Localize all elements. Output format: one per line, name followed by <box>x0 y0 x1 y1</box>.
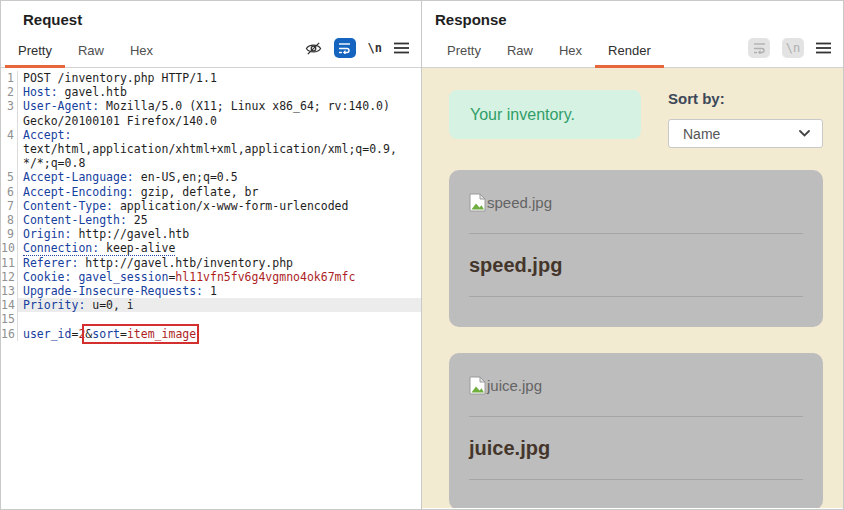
broken-image-row: speed.jpg <box>469 193 803 212</box>
inventory-banner-text: Your inventory. <box>470 106 575 124</box>
card-divider <box>469 296 803 297</box>
request-line-text: Accept: <box>18 128 421 142</box>
request-line-text: Connection: keep-alive <box>18 241 421 255</box>
request-line: 7Content-Type: application/x-www-form-ur… <box>1 199 421 213</box>
annotation-box: &sort=item_image <box>85 327 196 341</box>
request-line-text: Accept-Language: en-US,en;q=0.5 <box>18 170 421 184</box>
inventory-card: speed.jpgspeed.jpg <box>449 170 823 327</box>
request-line-text: Gecko/20100101 Firefox/140.0 <box>18 114 421 128</box>
tab-raw[interactable]: Raw <box>65 38 117 68</box>
broken-image-row: juice.jpg <box>469 376 803 395</box>
show-newlines-icon[interactable]: \n <box>782 38 804 58</box>
request-line: 2Host: gavel.htb <box>1 85 421 99</box>
line-number: 10 <box>1 241 18 255</box>
inventory-card: juice.jpgjuice.jpg <box>449 353 823 508</box>
line-number: 9 <box>1 227 18 241</box>
render-top-row: Your inventory. Sort by: Name <box>449 90 823 148</box>
request-line: 14Priority: u=0, i <box>1 298 421 312</box>
line-number: 2 <box>1 85 18 99</box>
tab-pretty[interactable]: Pretty <box>434 38 494 68</box>
card-divider <box>469 479 803 480</box>
repeater-window: Request PrettyRawHex <box>0 0 844 510</box>
request-line: 6Accept-Encoding: gzip, deflate, br <box>1 185 421 199</box>
request-panel: Request PrettyRawHex <box>1 1 422 509</box>
word-wrap-icon[interactable] <box>334 38 356 58</box>
request-line-text <box>18 312 421 326</box>
request-toolbar: \n <box>305 38 409 58</box>
tab-pretty[interactable]: Pretty <box>5 38 65 68</box>
sort-controls: Sort by: Name <box>668 90 823 148</box>
image-alt-text: juice.jpg <box>487 377 542 394</box>
item-title: juice.jpg <box>469 437 803 460</box>
broken-image-icon <box>469 376 486 395</box>
inventory-banner: Your inventory. <box>449 90 641 139</box>
response-header: Response PrettyRawHexRender \n <box>422 1 843 68</box>
inventory-card-list: speed.jpgspeed.jpgjuice.jpgjuice.jpg <box>449 170 823 508</box>
request-tabs: PrettyRawHex <box>5 38 166 68</box>
menu-icon[interactable] <box>816 42 831 54</box>
tab-render[interactable]: Render <box>595 38 664 68</box>
request-line: text/html,application/xhtml+xml,applicat… <box>1 142 421 156</box>
response-title: Response <box>422 1 843 28</box>
request-header: Request PrettyRawHex <box>1 1 421 68</box>
request-line: 15 <box>1 312 421 326</box>
request-line: 9Origin: http://gavel.htb <box>1 227 421 241</box>
request-line-text: Content-Type: application/x-www-form-url… <box>18 199 421 213</box>
line-number: 12 <box>1 270 18 284</box>
request-line-text: Content-Length: 25 <box>18 213 421 227</box>
tab-raw[interactable]: Raw <box>494 38 546 68</box>
line-number: 1 <box>1 71 18 85</box>
request-line-text: Origin: http://gavel.htb <box>18 227 421 241</box>
request-line: */*;q=0.8 <box>1 156 421 170</box>
request-line: Gecko/20100101 Firefox/140.0 <box>1 114 421 128</box>
hide-eye-icon[interactable] <box>305 41 322 56</box>
line-number <box>1 114 18 128</box>
line-number: 13 <box>1 284 18 298</box>
request-line-text: POST /inventory.php HTTP/1.1 <box>18 71 421 85</box>
line-number <box>1 142 18 156</box>
line-number: 3 <box>1 99 18 113</box>
request-editor[interactable]: 1POST /inventory.php HTTP/1.12Host: gave… <box>1 68 421 508</box>
tab-hex[interactable]: Hex <box>546 38 595 68</box>
menu-icon[interactable] <box>394 42 409 54</box>
line-number: 11 <box>1 256 18 270</box>
card-divider <box>469 416 803 417</box>
line-number: 4 <box>1 128 18 142</box>
line-number <box>1 156 18 170</box>
response-toolbar: \n <box>748 38 831 58</box>
line-number: 14 <box>1 298 18 312</box>
request-line-text: user_id=2&sort=item_image <box>18 327 421 341</box>
request-line: 10Connection: keep-alive <box>1 241 421 255</box>
sort-by-label: Sort by: <box>668 90 823 107</box>
item-title: speed.jpg <box>469 254 803 277</box>
request-line: 8Content-Length: 25 <box>1 213 421 227</box>
sort-select-value: Name <box>683 126 720 142</box>
request-line: 1POST /inventory.php HTTP/1.1 <box>1 71 421 85</box>
response-panel: Response PrettyRawHexRender \n <box>422 1 843 509</box>
request-line-text: Accept-Encoding: gzip, deflate, br <box>18 185 421 199</box>
request-line-text: text/html,application/xhtml+xml,applicat… <box>18 142 421 156</box>
tab-hex[interactable]: Hex <box>117 38 166 68</box>
broken-image-icon <box>469 193 486 212</box>
line-number: 5 <box>1 170 18 184</box>
line-number: 7 <box>1 199 18 213</box>
request-line-text: */*;q=0.8 <box>18 156 421 170</box>
sort-select[interactable]: Name <box>668 119 823 148</box>
request-line: 12Cookie: gavel_session=hl11vfn5fv6g4vgm… <box>1 270 421 284</box>
request-line: 13Upgrade-Insecure-Requests: 1 <box>1 284 421 298</box>
request-line-text: Cookie: gavel_session=hl11vfn5fv6g4vgmno… <box>18 270 421 284</box>
request-line-text: User-Agent: Mozilla/5.0 (X11; Linux x86_… <box>18 99 421 113</box>
line-number: 6 <box>1 185 18 199</box>
word-wrap-icon[interactable] <box>748 38 770 58</box>
request-line-text: Priority: u=0, i <box>18 298 421 312</box>
request-title: Request <box>1 1 421 28</box>
spellcheck-underline: Connection: keep-alive <box>23 241 175 256</box>
render-view: Your inventory. Sort by: Name speed.jpgs… <box>422 68 843 508</box>
line-number: 8 <box>1 213 18 227</box>
card-divider <box>469 233 803 234</box>
response-tabs: PrettyRawHexRender <box>434 38 664 68</box>
show-newlines-icon[interactable]: \n <box>368 41 382 55</box>
request-line: 16user_id=2&sort=item_image <box>1 327 421 341</box>
chevron-down-icon <box>799 130 810 137</box>
request-line-text: Referer: http://gavel.htb/inventory.php <box>18 256 421 270</box>
